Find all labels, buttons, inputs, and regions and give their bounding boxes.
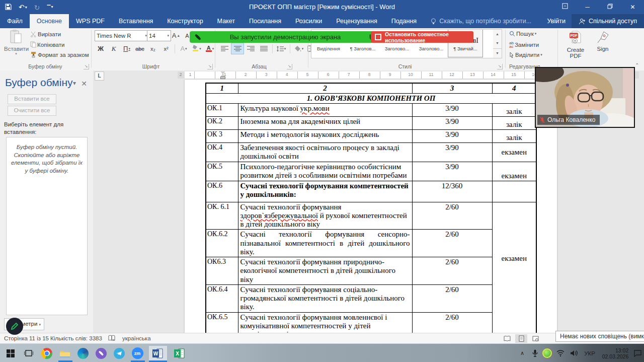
table-cell[interactable]: ОК.2 (206, 117, 238, 130)
tab-Конструктор[interactable]: Конструктор (160, 14, 210, 28)
table-cell[interactable]: ОК. 6.1 (206, 202, 238, 230)
table-cell[interactable]: ОК.6 (206, 181, 238, 202)
table-cell[interactable]: ОК.5 (206, 162, 238, 181)
language-indicator[interactable]: українська (122, 335, 151, 341)
excel-icon[interactable]: X (172, 346, 187, 360)
table-cell[interactable]: Забезпечення якості освітнього процесу в… (238, 143, 412, 162)
italic-button[interactable]: К (108, 43, 120, 54)
clipboard-dialog-launcher[interactable]: ↘ (84, 64, 89, 69)
ribbon-display-options-icon[interactable] (553, 0, 576, 14)
align-center-button[interactable] (231, 43, 244, 54)
start-button[interactable] (3, 346, 18, 360)
styles-more-icon[interactable]: ▼ (493, 48, 502, 58)
paragraph-dialog-launcher[interactable]: ↘ (287, 64, 292, 69)
table-row[interactable]: ОК 3Методи і методологія наукових дослід… (206, 130, 536, 143)
table-row[interactable]: ОК6.3Сучасні технології формування приро… (206, 257, 536, 285)
font-size-combo[interactable]: 14▾ (147, 30, 171, 41)
table-row[interactable]: ОК.2Іноземна мова для академічних цілей3… (206, 117, 536, 130)
table-cell[interactable]: 12/360 (412, 181, 492, 202)
table-row[interactable]: ОК.6Сучасні технології формування компет… (206, 181, 536, 202)
pane-close-icon[interactable]: ✕ (81, 80, 87, 88)
file-explorer-icon[interactable] (57, 346, 72, 360)
language-tray-indicator[interactable]: УКР (581, 346, 598, 360)
viber-icon[interactable] (94, 346, 109, 360)
table-cell[interactable]: 2/60 (412, 230, 492, 257)
clock[interactable]: 13:0202.03.2026 (600, 346, 631, 360)
tab-Вставлення[interactable]: Вставлення (112, 14, 160, 28)
chrome-icon[interactable] (39, 346, 54, 360)
sign-button[interactable]: Sign (592, 30, 614, 52)
table-row[interactable]: ОК.6.4Сучасні технології формування соці… (206, 284, 536, 312)
close-button[interactable]: ✕ (621, 0, 644, 14)
table-row[interactable]: ОК.4Забезпечення якості освітнього проце… (206, 143, 536, 162)
table-cell[interactable]: ОК.6.4 (206, 284, 238, 312)
table-cell[interactable]: Психолого-педагогічне керівництво особис… (238, 162, 412, 181)
tab-Розсилки[interactable]: Розсилки (288, 14, 329, 28)
highlight-color-button[interactable]: ▾ (191, 43, 203, 54)
web-layout-button[interactable] (529, 334, 541, 343)
table-cell[interactable]: Культура наукової укр.мови (238, 104, 412, 117)
tab-WPS PDF[interactable]: WPS PDF (69, 14, 112, 28)
table-row[interactable]: ОК.1Культура наукової укр.мови3/90залік (206, 104, 536, 117)
table-cell[interactable]: ОК 3 (206, 130, 238, 143)
tab-Посилання[interactable]: Посилання (242, 14, 288, 28)
format-painter-button[interactable]: Формат за зразком (30, 51, 89, 58)
table-cell[interactable]: залік (492, 117, 536, 130)
select-button[interactable]: Виділити▾ (509, 52, 542, 58)
subscript-button[interactable]: x₂ (147, 43, 159, 54)
table-cell[interactable]: залік (492, 130, 536, 143)
align-right-button[interactable] (245, 43, 257, 54)
table-cell[interactable]: Іноземна мова для академічних цілей (238, 117, 412, 130)
telegram-icon[interactable] (112, 346, 127, 360)
tab-Макет[interactable]: Макет (210, 14, 242, 28)
table-cell[interactable]: ОК.6.2 (206, 230, 238, 257)
indent-markers[interactable] (221, 71, 225, 79)
table-cell[interactable]: 2/60 (412, 202, 492, 230)
font-name-combo[interactable]: Times New R▾ (95, 30, 149, 41)
line-spacing-button[interactable]: ▾ (275, 43, 287, 54)
table-cell[interactable]: 3/90 (412, 143, 492, 162)
table-cell[interactable]: екзамен (492, 202, 536, 333)
shading-button[interactable]: ▾ (293, 43, 305, 54)
minimize-button[interactable]: ─ (576, 0, 599, 14)
paste-button[interactable]: Вставити ▾ (4, 29, 28, 60)
tab-Подання[interactable]: Подання (384, 14, 424, 28)
collapse-ribbon-icon[interactable]: ⌃ (635, 62, 639, 68)
create-pdf-button[interactable]: PDF CreatePDF (562, 30, 589, 59)
styles-scroll-up-icon[interactable]: ▲ (493, 30, 502, 39)
webcam-video[interactable]: Ольга Коваленко (535, 67, 635, 128)
action-center-icon[interactable] (632, 346, 643, 360)
table-row[interactable]: ОК. 6.1Сучасні технології формування здо… (206, 202, 536, 230)
font-color-button[interactable]: А ▾ (204, 43, 216, 54)
read-mode-button[interactable] (501, 334, 513, 343)
table-row[interactable]: ОК.6.2Сучасні технології формування сенс… (206, 230, 536, 257)
tab-Рецензування[interactable]: Рецензування (329, 14, 384, 28)
zoom-icon[interactable]: zm (130, 346, 145, 360)
stop-sharing-button[interactable]: Остановить совместное использование (371, 31, 473, 43)
word-count[interactable]: Кількість слів: 3383 (50, 335, 102, 341)
table-row[interactable]: ОК.5Психолого-педагогічне керівництво ос… (206, 162, 536, 181)
table-cell[interactable]: ОК.4 (206, 143, 238, 162)
table-cell[interactable]: Сучасні технології формування мовленнєво… (238, 312, 412, 333)
pane-menu-icon[interactable]: ▾ (73, 80, 76, 87)
doc-table[interactable]: 12341. ОБОВ’ЯЗКОВІ КОМПОНЕНТИ ОПОК.1Куль… (205, 83, 537, 333)
table-cell[interactable]: Сучасні технології формування соціально-… (238, 284, 412, 312)
wifi-tray-icon[interactable] (554, 346, 567, 360)
table-cell[interactable]: залік (492, 104, 536, 117)
tab-file[interactable]: Файл (0, 14, 30, 28)
antivirus-tray-icon[interactable] (541, 346, 552, 360)
restore-button[interactable] (599, 0, 621, 14)
table-cell[interactable]: екзамен (492, 143, 536, 162)
superscript-button[interactable]: x² (160, 43, 172, 54)
strikethrough-button[interactable]: abc (134, 43, 146, 54)
bold-button[interactable]: Ж (95, 43, 107, 54)
table-row[interactable]: ОК.6.5Сучасні технології формування мовл… (206, 312, 536, 333)
grow-font-button[interactable]: A▲ (170, 30, 182, 41)
table-section-header[interactable]: 1. ОБОВ’ЯЗКОВІ КОМПОНЕНТИ ОП (206, 94, 536, 104)
table-cell[interactable]: 3/90 (412, 130, 492, 143)
table-cell[interactable]: 3/90 (412, 104, 492, 117)
table-cell[interactable]: 2/60 (412, 284, 492, 312)
table-cell[interactable] (492, 181, 536, 202)
font-dialog-launcher[interactable]: ↘ (207, 64, 213, 69)
table-cell[interactable]: 2/60 (412, 257, 492, 285)
